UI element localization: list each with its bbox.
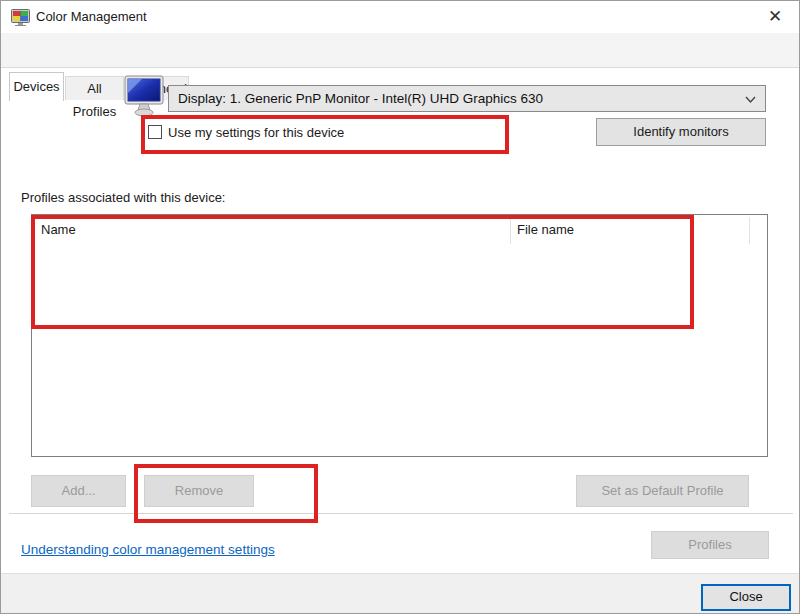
color-management-app-icon bbox=[11, 9, 30, 26]
identify-monitors-button[interactable]: Identify monitors bbox=[596, 118, 766, 146]
use-settings-checkbox[interactable] bbox=[148, 125, 162, 139]
chevron-down-icon bbox=[745, 94, 756, 105]
set-as-default-profile-button[interactable]: Set as Default Profile bbox=[576, 475, 749, 507]
dialog-footer bbox=[1, 573, 799, 614]
profiles-section-label: Profiles associated with this device: bbox=[21, 190, 225, 205]
close-window-icon[interactable]: ✕ bbox=[763, 5, 787, 29]
close-button[interactable]: Close bbox=[701, 584, 791, 611]
tab-all-profiles[interactable]: All Profiles bbox=[65, 76, 124, 100]
understanding-color-management-link[interactable]: Understanding color management settings bbox=[21, 542, 275, 557]
separator-line bbox=[9, 513, 793, 514]
column-header-file-name[interactable]: File name bbox=[517, 222, 574, 237]
device-select-value: Display: 1. Generic PnP Monitor - Intel(… bbox=[178, 91, 543, 106]
remove-button[interactable]: Remove bbox=[144, 475, 254, 507]
column-header-name[interactable]: Name bbox=[41, 222, 76, 237]
column-divider bbox=[510, 217, 511, 244]
title-bar: Color Management ✕ bbox=[1, 1, 799, 33]
device-select[interactable]: Display: 1. Generic PnP Monitor - Intel(… bbox=[168, 85, 766, 112]
tab-devices[interactable]: Devices bbox=[9, 72, 64, 101]
window-title: Color Management bbox=[36, 9, 147, 24]
profiles-button[interactable]: Profiles bbox=[651, 531, 769, 559]
color-management-dialog: Color Management ✕ Devices All Profiles … bbox=[0, 0, 800, 614]
tab-strip: Devices All Profiles Advanced bbox=[1, 33, 799, 68]
monitor-icon bbox=[122, 75, 166, 117]
use-settings-label: Use my settings for this device bbox=[168, 125, 344, 140]
column-divider bbox=[749, 217, 750, 244]
add-button[interactable]: Add... bbox=[31, 475, 126, 507]
profiles-list[interactable]: Name File name bbox=[31, 214, 768, 457]
